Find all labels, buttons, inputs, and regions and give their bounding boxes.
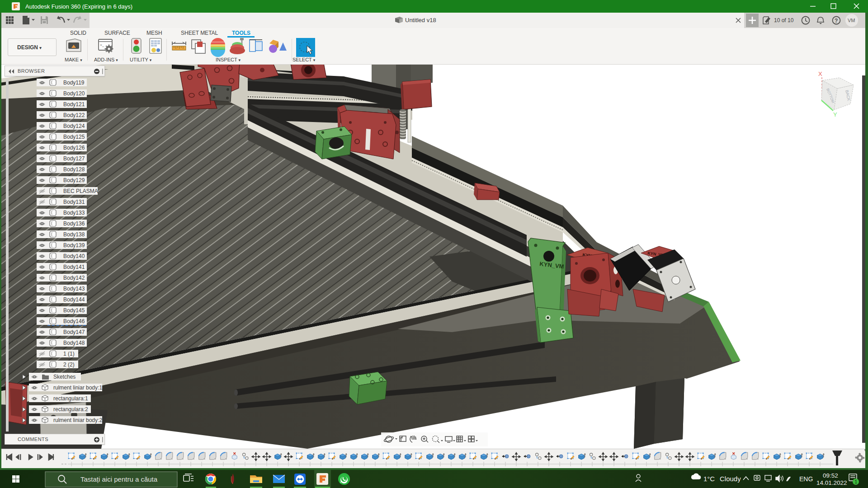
svg-text:Cloudy: Cloudy <box>720 475 741 483</box>
svg-text:1: 1 <box>855 479 858 484</box>
svg-text:Y: Y <box>833 111 837 118</box>
svg-text:ENG: ENG <box>799 475 813 483</box>
svg-text:?: ? <box>835 18 838 24</box>
svg-text:1°C: 1°C <box>703 475 715 483</box>
svg-text:VM: VM <box>848 18 855 23</box>
svg-text:>_: >_ <box>100 43 104 47</box>
svg-text:10 of 10: 10 of 10 <box>774 17 794 23</box>
svg-text:14.01.2022: 14.01.2022 <box>816 479 847 486</box>
svg-text:Tastați aici pentru a căuta: Tastați aici pentru a căuta <box>80 475 158 483</box>
svg-text:Untitled v18: Untitled v18 <box>405 17 436 23</box>
svg-text:X: X <box>818 70 822 77</box>
svg-text:09:52: 09:52 <box>823 472 838 479</box>
